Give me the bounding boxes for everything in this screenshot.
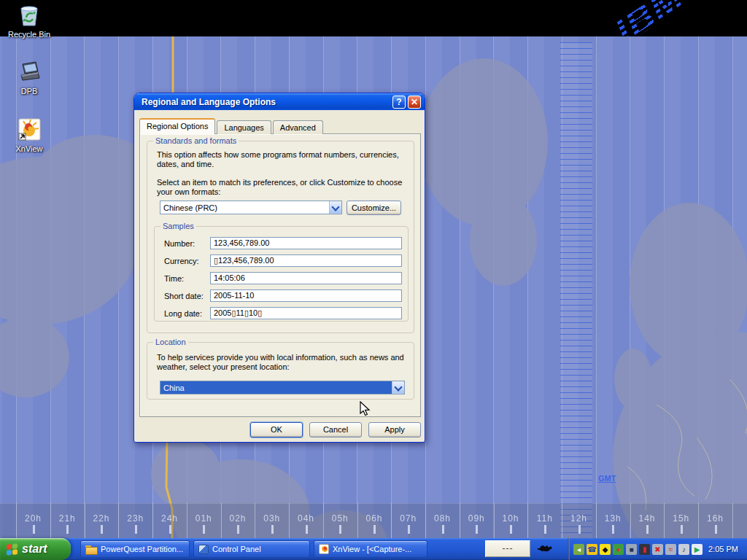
sample-label-number: Number:: [164, 239, 195, 248]
cancel-button[interactable]: Cancel: [309, 422, 362, 438]
taskbar-button-xnview[interactable]: XnView - [<Capture-...: [314, 540, 427, 558]
timezone-separator: [527, 503, 528, 538]
dialog-title: Regional and Language Options: [142, 97, 390, 107]
desktop-icon-recycle-bin[interactable]: Recycle Bin: [1, 3, 57, 39]
volume-icon[interactable]: ♪: [678, 544, 689, 555]
timezone-separator: [596, 503, 597, 538]
samples-group: Samples Number: 123,456,789.00 Currency:…: [154, 226, 409, 322]
location-group: Location To help services provide you wi…: [147, 342, 414, 400]
power-plug-icon: [538, 542, 554, 559]
timezone-separator: [289, 503, 290, 538]
language-indicator[interactable]: ---: [485, 540, 530, 557]
control-panel-icon: [198, 545, 209, 554]
antivirus-status-icon[interactable]: ●: [613, 544, 624, 555]
timezone-label: 11h: [533, 513, 557, 524]
timezone-label: 06h: [362, 513, 387, 524]
desktop-icon-label: Recycle Bin: [1, 30, 57, 39]
taskbar-button-label: XnView - [<Capture-...: [333, 545, 411, 553]
ok-button[interactable]: OK: [250, 422, 303, 438]
location-dropdown-value: China: [163, 383, 390, 393]
timezone-label: 15h: [669, 513, 694, 524]
timezone-tick: [510, 525, 512, 534]
dialog-titlebar[interactable]: Regional and Language Options ? ✕: [134, 93, 425, 110]
laptop-icon: [17, 60, 42, 85]
timezone-separator: [255, 503, 255, 538]
regional-options-tab-panel: Standards and formats This option affect…: [139, 133, 421, 417]
samples-caption: Samples: [160, 222, 196, 230]
timezone-tick: [66, 525, 69, 534]
timezone-separator: [85, 503, 85, 538]
timezone-label: 16h: [703, 513, 728, 524]
timezone-separator: [50, 503, 51, 538]
timezone-label: 23h: [123, 513, 148, 524]
sample-label-time: Time:: [164, 274, 184, 283]
dialog-tabs: Regional Options Languages Advanced: [139, 119, 325, 134]
timezone-tick: [476, 525, 478, 534]
timezone-label: 10h: [498, 513, 523, 524]
timezone-separator: [425, 503, 426, 538]
start-button-label: start: [22, 542, 47, 556]
taskbar-button-powerquest[interactable]: PowerQuest Partition...: [80, 540, 190, 558]
location-dropdown[interactable]: China: [160, 381, 405, 394]
automatic-updates-icon[interactable]: ◆: [600, 544, 611, 555]
local-network-icon[interactable]: ■: [626, 544, 637, 555]
timezone-label: 05h: [328, 513, 352, 524]
tab-languages[interactable]: Languages: [217, 120, 271, 134]
close-button[interactable]: ✕: [408, 96, 421, 109]
timezone-tick: [306, 525, 308, 534]
timezone-tick: [715, 525, 717, 534]
location-description: To help services provide you with local …: [157, 353, 411, 372]
timezone-label: 22h: [89, 513, 114, 524]
xnview-icon: [17, 117, 42, 142]
timezone-label: 03h: [260, 513, 285, 524]
apply-button[interactable]: Apply: [368, 422, 421, 438]
timezone-tick: [578, 525, 581, 534]
wallpaper-top-bar: IBM: [0, 0, 747, 36]
timezone-tick: [681, 525, 683, 534]
wireless-network-off-icon[interactable]: ≈: [665, 544, 676, 555]
standards-and-formats-group: Standards and formats This option affect…: [147, 141, 414, 333]
customize-button[interactable]: Customize...: [347, 201, 401, 215]
timezone-separator: [357, 503, 358, 538]
sample-label-short-date: Short date:: [164, 292, 204, 300]
timezone-label: 01h: [191, 513, 216, 524]
support-phone-icon[interactable]: ☎: [587, 544, 597, 555]
timezone-separator: [698, 503, 699, 538]
timezone-separator: [630, 503, 631, 538]
timezone-tick: [169, 525, 171, 534]
timezone-scale: 20h21h22h23h24h01h02h03h04h05h06h07h08h0…: [0, 503, 747, 538]
sample-value-time: 14:05:06: [210, 272, 402, 284]
tab-advanced[interactable]: Advanced: [273, 120, 323, 134]
timezone-tick: [442, 525, 444, 534]
recycle-bin-icon: [17, 3, 42, 28]
signal-strength-icon[interactable]: ▮: [639, 544, 650, 555]
format-dropdown[interactable]: Chinese (PRC): [160, 201, 342, 214]
folder-icon: [85, 544, 97, 554]
chevron-down-icon[interactable]: [392, 381, 404, 394]
sample-label-long-date: Long date:: [164, 309, 202, 318]
timezone-tick: [203, 525, 205, 534]
timezone-separator: [152, 503, 153, 538]
desktop-icon-dpb[interactable]: DPB: [1, 60, 57, 96]
sample-value-currency: ▯123,456,789.00: [210, 254, 402, 267]
ibm-message-center-icon[interactable]: ▶: [692, 544, 703, 555]
tab-regional-options[interactable]: Regional Options: [139, 118, 215, 134]
timezone-separator: [187, 503, 187, 538]
gmt-label: GMT: [598, 474, 616, 483]
network-disconnected-icon[interactable]: ✖: [652, 544, 663, 555]
taskbar-button-control-panel[interactable]: Control Panel: [193, 540, 310, 558]
help-button[interactable]: ?: [392, 96, 406, 109]
timezone-separator: [664, 503, 665, 538]
taskbar-clock: 2:05 PM: [708, 545, 738, 553]
timezone-tick: [544, 525, 546, 534]
start-button[interactable]: start: [0, 538, 71, 560]
chevron-down-icon[interactable]: [329, 201, 341, 214]
safely-remove-hardware-icon[interactable]: ◂: [573, 544, 584, 555]
timezone-separator: [16, 503, 17, 538]
desktop-icon-xnview[interactable]: XnView: [1, 117, 57, 153]
timezone-tick: [374, 525, 376, 534]
xnview-icon: [319, 544, 329, 554]
timezone-label: 21h: [55, 513, 80, 524]
timezone-separator: [494, 503, 495, 538]
sample-label-currency: Currency:: [164, 257, 199, 265]
